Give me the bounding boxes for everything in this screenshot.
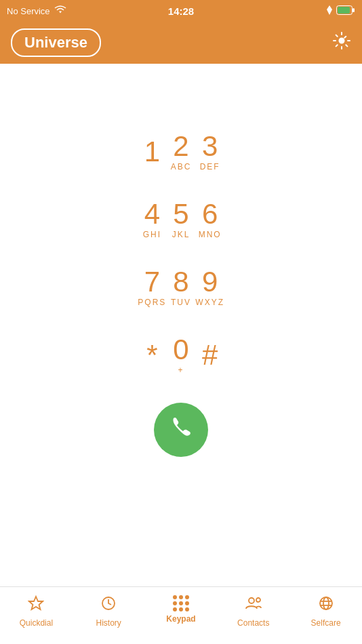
nav-quickdial[interactable]: Quickdial [16, 595, 56, 628]
key-number-2: 3 [202, 132, 218, 161]
svg-marker-5 [29, 597, 43, 609]
keypad-area: 12ABC3DEF4GHI5JKL6MNO7PQRS8TUV9WXYZ*0+# [138, 64, 224, 586]
key-letters-1: ABC [171, 162, 192, 172]
key-3[interactable]: 3DEF [195, 118, 224, 186]
wifi-icon [54, 5, 66, 17]
key-number-6: 7 [144, 268, 160, 296]
key-7[interactable]: 7PQRS [138, 254, 167, 321]
globe-icon [318, 595, 334, 616]
key-number-3: 4 [144, 200, 160, 228]
svg-point-10 [323, 597, 329, 609]
key-number-5: 6 [202, 200, 218, 228]
keypad-grid: 12ABC3DEF4GHI5JKL6MNO7PQRS8TUV9WXYZ*0+# [138, 118, 224, 389]
key-letters-10: + [178, 365, 184, 375]
nav-keypad[interactable]: Keypad [161, 595, 201, 624]
svg-point-9 [320, 597, 332, 609]
status-time: 14:28 [168, 5, 194, 17]
nav-history[interactable]: History [88, 595, 129, 628]
status-right [325, 5, 355, 17]
svg-rect-1 [338, 7, 350, 14]
battery-icon [336, 5, 355, 17]
svg-point-8 [256, 598, 260, 602]
nav-contacts[interactable]: Contacts [233, 595, 274, 628]
key-number-9: * [146, 341, 157, 369]
key-letters-4: JKL [172, 230, 190, 239]
app-header: Universe [0, 22, 362, 64]
key-letters-7: TUV [171, 298, 191, 307]
clock-icon [100, 595, 117, 616]
main-content: 12ABC3DEF4GHI5JKL6MNO7PQRS8TUV9WXYZ*0+# [0, 64, 362, 586]
key-hash[interactable]: # [195, 321, 224, 389]
selfcare-label: Selfcare [311, 618, 341, 628]
key-9[interactable]: 9WXYZ [195, 254, 224, 321]
key-letters-3: GHI [143, 230, 161, 239]
phone-icon [168, 414, 194, 445]
key-5[interactable]: 5JKL [167, 186, 196, 254]
key-1[interactable]: 1 [138, 118, 167, 186]
universe-button[interactable]: Universe [11, 28, 101, 57]
settings-icon[interactable] [332, 31, 351, 54]
status-bar: No Service 14:28 [0, 0, 362, 22]
star-icon [28, 595, 44, 616]
history-label: History [96, 618, 121, 628]
key-number-7: 8 [173, 268, 188, 296]
key-number-0: 1 [144, 138, 160, 166]
no-service-text: No Service [7, 6, 50, 16]
key-number-11: # [202, 341, 218, 369]
key-star[interactable]: * [138, 321, 167, 389]
status-left: No Service [7, 5, 66, 17]
contacts-label: Contacts [237, 618, 269, 628]
key-8[interactable]: 8TUV [167, 254, 196, 321]
bottom-nav: Quickdial History Keypad [0, 586, 362, 644]
key-number-8: 9 [202, 268, 218, 296]
key-letters-6: PQRS [138, 298, 166, 307]
key-4[interactable]: 4GHI [138, 186, 167, 254]
keypad-icon [173, 595, 189, 611]
key-6[interactable]: 6MNO [195, 186, 224, 254]
key-0[interactable]: 0+ [167, 321, 196, 389]
svg-point-7 [249, 598, 254, 603]
call-button-container [154, 403, 208, 457]
key-letters-8: WXYZ [195, 298, 224, 307]
nav-selfcare[interactable]: Selfcare [306, 595, 346, 628]
location-icon [325, 5, 334, 17]
keypad-label: Keypad [166, 614, 195, 624]
key-letters-5: MNO [199, 230, 222, 239]
key-letters-2: DEF [200, 162, 220, 172]
quickdial-label: Quickdial [20, 618, 53, 628]
call-button[interactable] [154, 403, 208, 457]
svg-rect-2 [353, 8, 355, 12]
key-number-4: 5 [173, 200, 188, 228]
key-number-1: 2 [173, 132, 188, 161]
key-number-10: 0 [173, 336, 188, 364]
key-2[interactable]: 2ABC [167, 118, 196, 186]
contacts-icon [245, 595, 262, 616]
